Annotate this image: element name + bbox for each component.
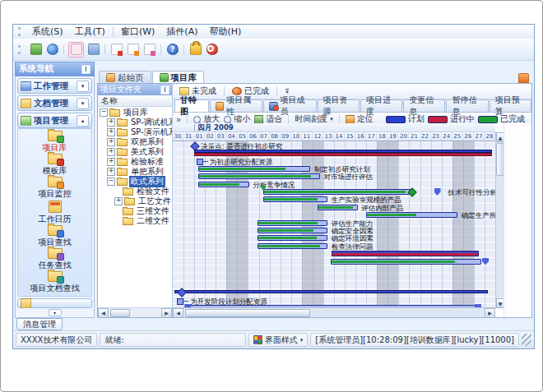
folder-window-icon[interactable] bbox=[86, 43, 100, 57]
resize-grip[interactable] bbox=[522, 334, 531, 346]
gantt-task-bar[interactable] bbox=[263, 189, 413, 195]
gantt-tab-甘特图[interactable]: 甘特图 bbox=[174, 99, 209, 112]
tree-item-二维文件[interactable]: 二维文件 bbox=[98, 216, 172, 226]
gantt-task-bar[interactable] bbox=[198, 173, 320, 179]
ui-style-selector[interactable]: 界面样式 ▾ bbox=[248, 333, 309, 347]
sidebar-item-项目监控[interactable]: 项目监控 bbox=[39, 177, 72, 200]
gantt-summary-bar[interactable] bbox=[174, 290, 488, 293]
lock-icon[interactable] bbox=[188, 43, 202, 57]
gantt-tab-项目资源[interactable]: 项目资源 bbox=[318, 99, 360, 112]
grid-line bbox=[474, 141, 475, 308]
company-status: XXXX技术有限公司 bbox=[16, 333, 97, 347]
scroll-left-icon[interactable]: ◀ bbox=[98, 308, 109, 318]
sidebar-item-模板库[interactable]: 模板库 bbox=[43, 154, 67, 177]
drag-grip[interactable] bbox=[18, 27, 23, 36]
gantt-task-bar[interactable] bbox=[258, 220, 327, 226]
sidebar-item-项目库[interactable]: 项目库 bbox=[43, 131, 67, 154]
report-pink-icon[interactable] bbox=[142, 43, 156, 57]
pin-icon[interactable] bbox=[81, 65, 90, 74]
expand-icon[interactable]: + bbox=[107, 128, 115, 136]
chevron-up-icon[interactable]: ▴ bbox=[77, 115, 89, 127]
folder-open-icon[interactable] bbox=[68, 42, 84, 58]
deadline-marker-icon[interactable] bbox=[482, 258, 489, 265]
sidebar-item-项目文档查找[interactable]: 项目文档查找 bbox=[30, 271, 80, 294]
gantt-tab-项目成员[interactable]: 项目成员 bbox=[263, 99, 316, 112]
gantt-tab-项目预算[interactable]: 项目预算 bbox=[490, 99, 531, 112]
expand-icon[interactable]: + bbox=[107, 158, 115, 166]
tree-column-header[interactable]: 名称 bbox=[98, 95, 172, 107]
folder-icon bbox=[124, 198, 135, 205]
scroll-right-icon[interactable]: ▶ bbox=[161, 308, 172, 318]
task-progress bbox=[258, 237, 316, 239]
doc-tab-起始页[interactable]: 起始页 bbox=[99, 71, 151, 84]
overflow-chevron-icon[interactable]: ▾ bbox=[281, 89, 294, 95]
sidebar-group-工作管理[interactable]: 工作管理▾ bbox=[17, 78, 92, 94]
drag-grip[interactable] bbox=[18, 45, 23, 54]
collapse-icon[interactable]: − bbox=[107, 178, 115, 186]
expand-icon[interactable]: + bbox=[107, 168, 115, 176]
scroll-left-icon[interactable]: ◀ bbox=[173, 308, 183, 318]
sidebar-group-项目管理[interactable]: 项目管理▴ bbox=[17, 113, 92, 128]
gantt-tab-项目属性[interactable]: 项目属性 bbox=[210, 99, 262, 112]
doc-tab-项目库[interactable]: 项目库 bbox=[152, 71, 205, 84]
toolbar-overflow[interactable]: » bbox=[176, 115, 181, 124]
gantt-task-bar[interactable] bbox=[258, 235, 327, 241]
menu-item[interactable]: 帮助(H) bbox=[203, 25, 247, 39]
day-header-23: 23 bbox=[431, 132, 442, 141]
gantt-inprogress-bar[interactable] bbox=[332, 251, 479, 256]
expand-icon[interactable]: + bbox=[107, 138, 115, 146]
menu-item[interactable]: 系统(S) bbox=[26, 25, 69, 39]
chevron-down-icon[interactable]: ▾ bbox=[77, 98, 89, 109]
deadline-marker-icon[interactable] bbox=[434, 188, 441, 196]
gantt-task-bar[interactable] bbox=[258, 228, 327, 233]
globe-icon[interactable] bbox=[45, 43, 59, 57]
phase-start-arrow-icon bbox=[260, 186, 267, 191]
separator bbox=[183, 44, 184, 54]
resource-marker-icon[interactable] bbox=[197, 159, 203, 165]
sidebar-item-任务查找[interactable]: 任务查找 bbox=[39, 248, 72, 271]
report-red-icon[interactable] bbox=[109, 43, 123, 57]
sidebar-group-文档管理[interactable]: 文档管理▾ bbox=[17, 95, 92, 111]
tree-hscrollbar[interactable]: ◀ ▶ bbox=[98, 307, 172, 317]
expand-icon[interactable]: + bbox=[107, 148, 115, 156]
collapse-icon[interactable]: − bbox=[100, 108, 108, 117]
gantt-tab-变更信息[interactable]: 变更信息 bbox=[403, 99, 445, 112]
gantt-task-bar[interactable] bbox=[198, 166, 310, 172]
separator bbox=[276, 86, 277, 96]
report-orange-icon[interactable] bbox=[126, 43, 140, 57]
gantt-summary-progress-bar[interactable] bbox=[194, 153, 492, 156]
task-progress bbox=[199, 175, 310, 178]
weekend-shading bbox=[463, 141, 474, 308]
pin-icon[interactable] bbox=[160, 85, 169, 95]
menu-item[interactable]: 插件(A) bbox=[160, 25, 203, 39]
gantt-task-bar[interactable] bbox=[258, 243, 327, 249]
grid-line bbox=[377, 141, 378, 308]
logout-icon[interactable] bbox=[205, 43, 219, 57]
sidebar-group-partial[interactable] bbox=[17, 298, 92, 308]
gantt-task-bar[interactable] bbox=[331, 259, 481, 265]
gantt-task-bar[interactable] bbox=[318, 205, 357, 210]
expand-icon[interactable]: + bbox=[114, 197, 123, 205]
image-icon[interactable] bbox=[29, 43, 43, 57]
resource-marker-icon[interactable] bbox=[177, 298, 183, 305]
gantt-hscrollbar[interactable]: ◀ ▶ bbox=[173, 307, 495, 317]
menu-item[interactable]: 工具(T) bbox=[69, 25, 111, 39]
sidebar-item-工作日历[interactable]: 工作日历 bbox=[39, 201, 72, 225]
gantt-tab-暂停信息[interactable]: 暂停信息 bbox=[446, 99, 488, 112]
gantt-task-bar[interactable] bbox=[263, 196, 327, 202]
month-label: 四月 2009 bbox=[194, 123, 234, 131]
scroll-more-icon[interactable]: ▾ bbox=[49, 309, 62, 316]
message-manager-tab[interactable]: 消息管理 bbox=[16, 318, 63, 330]
gantt-task-bar[interactable] bbox=[366, 212, 457, 218]
sidebar-item-项目查找[interactable]: 项目查找 bbox=[39, 225, 72, 248]
gantt-tab-项目进度[interactable]: 项目进度 bbox=[360, 99, 402, 112]
scroll-right-icon[interactable]: ▶ bbox=[485, 308, 495, 318]
scroll-thumb[interactable] bbox=[110, 309, 130, 317]
scroll-thumb[interactable] bbox=[185, 309, 310, 317]
expand-icon[interactable]: + bbox=[107, 118, 115, 127]
main-area: 系统导航 工作管理▾文档管理▾项目管理▴项目库模板库项目监控工作日历项目查找任务… bbox=[15, 62, 532, 318]
help-icon[interactable]: ? bbox=[165, 43, 179, 57]
chevron-down-icon[interactable]: ▾ bbox=[77, 81, 89, 92]
menu-item[interactable]: 窗口(W) bbox=[115, 25, 160, 39]
gantt-task-bar[interactable] bbox=[198, 182, 248, 187]
